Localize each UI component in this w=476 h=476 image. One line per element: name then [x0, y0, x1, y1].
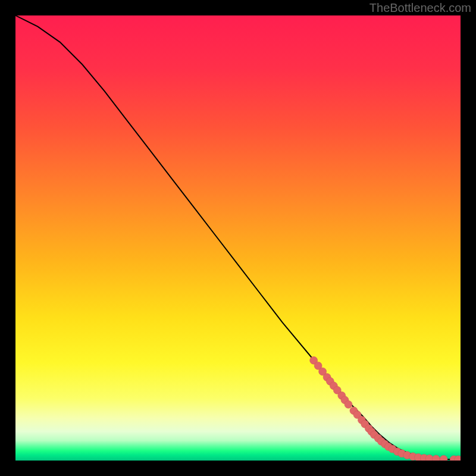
- plot-area: [15, 15, 461, 461]
- gradient-background: [15, 15, 461, 461]
- chart-frame: TheBottleneck.com: [0, 0, 476, 476]
- watermark-text: TheBottleneck.com: [369, 1, 471, 15]
- chart-svg: [15, 15, 461, 461]
- data-marker: [345, 400, 352, 408]
